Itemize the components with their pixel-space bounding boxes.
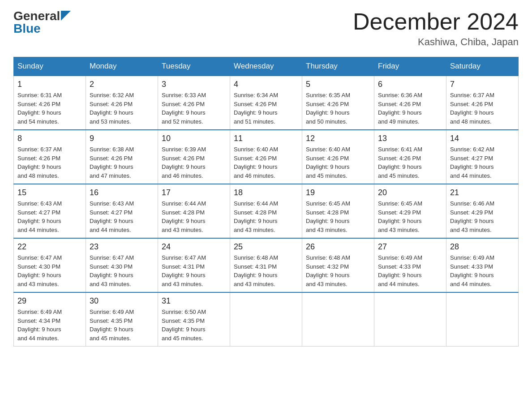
calendar-cell: 13 Sunrise: 6:41 AM Sunset: 4:26 PM Dayl… [374,130,446,184]
day-info: Sunrise: 6:47 AM Sunset: 4:30 PM Dayligh… [17,253,82,288]
day-info: Sunrise: 6:39 AM Sunset: 4:26 PM Dayligh… [162,145,226,180]
day-number: 22 [17,242,82,252]
calendar-cell [302,292,374,347]
calendar-cell: 18 Sunrise: 6:44 AM Sunset: 4:28 PM Dayl… [230,184,302,238]
day-number: 13 [378,134,442,143]
day-info: Sunrise: 6:40 AM Sunset: 4:26 PM Dayligh… [306,145,370,180]
day-number: 15 [17,188,82,197]
day-info: Sunrise: 6:50 AM Sunset: 4:35 PM Dayligh… [162,308,226,342]
day-info: Sunrise: 6:33 AM Sunset: 4:26 PM Dayligh… [162,91,226,126]
calendar-cell: 19 Sunrise: 6:45 AM Sunset: 4:28 PM Dayl… [302,184,374,238]
day-number: 16 [90,188,154,197]
calendar-header-tuesday: Tuesday [158,57,230,76]
day-number: 20 [378,188,442,197]
calendar-cell: 29 Sunrise: 6:49 AM Sunset: 4:34 PM Dayl… [14,292,86,347]
calendar-header-friday: Friday [374,57,446,76]
day-info: Sunrise: 6:45 AM Sunset: 4:29 PM Dayligh… [378,199,442,234]
day-number: 4 [234,80,298,89]
calendar-week-row: 15 Sunrise: 6:43 AM Sunset: 4:27 PM Dayl… [14,184,519,238]
calendar-cell: 12 Sunrise: 6:40 AM Sunset: 4:26 PM Dayl… [302,130,374,184]
day-info: Sunrise: 6:44 AM Sunset: 4:28 PM Dayligh… [234,199,298,234]
day-number: 9 [90,134,154,143]
day-info: Sunrise: 6:43 AM Sunset: 4:27 PM Dayligh… [90,199,154,234]
day-number: 12 [306,134,370,143]
day-number: 27 [378,242,442,252]
day-number: 1 [17,80,82,89]
day-number: 19 [306,188,370,197]
calendar-cell: 6 Sunrise: 6:36 AM Sunset: 4:26 PM Dayli… [374,76,446,130]
calendar-cell: 10 Sunrise: 6:39 AM Sunset: 4:26 PM Dayl… [158,130,230,184]
day-info: Sunrise: 6:45 AM Sunset: 4:28 PM Dayligh… [306,199,370,234]
calendar-cell [446,292,519,347]
day-number: 14 [450,134,515,143]
logo-icon [61,11,71,21]
calendar-cell: 16 Sunrise: 6:43 AM Sunset: 4:27 PM Dayl… [86,184,158,238]
day-info: Sunrise: 6:46 AM Sunset: 4:29 PM Dayligh… [450,199,515,234]
calendar-cell: 9 Sunrise: 6:38 AM Sunset: 4:26 PM Dayli… [86,130,158,184]
day-number: 21 [450,188,515,197]
day-number: 26 [306,242,370,252]
day-info: Sunrise: 6:49 AM Sunset: 4:33 PM Dayligh… [450,253,515,288]
day-info: Sunrise: 6:35 AM Sunset: 4:26 PM Dayligh… [306,91,370,126]
calendar-week-row: 8 Sunrise: 6:37 AM Sunset: 4:26 PM Dayli… [14,130,519,184]
day-info: Sunrise: 6:48 AM Sunset: 4:32 PM Dayligh… [306,253,370,288]
day-number: 18 [234,188,298,197]
calendar-cell: 21 Sunrise: 6:46 AM Sunset: 4:29 PM Dayl… [446,184,519,238]
day-number: 10 [162,134,226,143]
day-info: Sunrise: 6:47 AM Sunset: 4:31 PM Dayligh… [162,253,226,288]
day-info: Sunrise: 6:32 AM Sunset: 4:26 PM Dayligh… [90,91,154,126]
calendar-cell: 5 Sunrise: 6:35 AM Sunset: 4:26 PM Dayli… [302,76,374,130]
day-number: 3 [162,80,226,89]
day-info: Sunrise: 6:41 AM Sunset: 4:26 PM Dayligh… [378,145,442,180]
calendar-week-row: 22 Sunrise: 6:47 AM Sunset: 4:30 PM Dayl… [14,238,519,292]
day-number: 8 [17,134,82,143]
calendar-cell: 24 Sunrise: 6:47 AM Sunset: 4:31 PM Dayl… [158,238,230,292]
calendar-cell: 22 Sunrise: 6:47 AM Sunset: 4:30 PM Dayl… [14,238,86,292]
title-section: December 2024 Kashiwa, Chiba, Japan [353,9,519,48]
calendar-header-row: SundayMondayTuesdayWednesdayThursdayFrid… [14,57,519,76]
calendar-cell: 11 Sunrise: 6:40 AM Sunset: 4:26 PM Dayl… [230,130,302,184]
day-number: 29 [17,296,82,306]
calendar-header-monday: Monday [86,57,158,76]
calendar-subtitle: Kashiwa, Chiba, Japan [353,36,519,48]
calendar-week-row: 1 Sunrise: 6:31 AM Sunset: 4:26 PM Dayli… [14,76,519,130]
day-number: 11 [234,134,298,143]
day-info: Sunrise: 6:36 AM Sunset: 4:26 PM Dayligh… [378,91,442,126]
calendar-table: SundayMondayTuesdayWednesdayThursdayFrid… [13,57,519,347]
day-number: 7 [450,80,515,89]
day-number: 2 [90,80,154,89]
calendar-cell: 3 Sunrise: 6:33 AM Sunset: 4:26 PM Dayli… [158,76,230,130]
day-info: Sunrise: 6:40 AM Sunset: 4:26 PM Dayligh… [234,145,298,180]
day-info: Sunrise: 6:43 AM Sunset: 4:27 PM Dayligh… [17,199,82,234]
logo: General Blue [13,9,71,35]
calendar-cell: 7 Sunrise: 6:37 AM Sunset: 4:26 PM Dayli… [446,76,519,130]
calendar-header-sunday: Sunday [14,57,86,76]
day-info: Sunrise: 6:38 AM Sunset: 4:26 PM Dayligh… [90,145,154,180]
calendar-cell: 20 Sunrise: 6:45 AM Sunset: 4:29 PM Dayl… [374,184,446,238]
calendar-cell: 23 Sunrise: 6:47 AM Sunset: 4:30 PM Dayl… [86,238,158,292]
day-number: 28 [450,242,515,252]
day-number: 24 [162,242,226,252]
calendar-cell: 4 Sunrise: 6:34 AM Sunset: 4:26 PM Dayli… [230,76,302,130]
day-info: Sunrise: 6:49 AM Sunset: 4:34 PM Dayligh… [17,308,82,342]
day-info: Sunrise: 6:31 AM Sunset: 4:26 PM Dayligh… [17,91,82,126]
calendar-cell: 14 Sunrise: 6:42 AM Sunset: 4:27 PM Dayl… [446,130,519,184]
day-info: Sunrise: 6:47 AM Sunset: 4:30 PM Dayligh… [90,253,154,288]
day-number: 31 [162,296,226,306]
calendar-cell: 31 Sunrise: 6:50 AM Sunset: 4:35 PM Dayl… [158,292,230,347]
calendar-cell: 26 Sunrise: 6:48 AM Sunset: 4:32 PM Dayl… [302,238,374,292]
page-header: General Blue December 2024 Kashiwa, Chib… [13,9,519,48]
calendar-cell [374,292,446,347]
calendar-header-wednesday: Wednesday [230,57,302,76]
day-number: 23 [90,242,154,252]
calendar-cell: 28 Sunrise: 6:49 AM Sunset: 4:33 PM Dayl… [446,238,519,292]
day-info: Sunrise: 6:48 AM Sunset: 4:31 PM Dayligh… [234,253,298,288]
calendar-cell: 17 Sunrise: 6:44 AM Sunset: 4:28 PM Dayl… [158,184,230,238]
calendar-cell: 2 Sunrise: 6:32 AM Sunset: 4:26 PM Dayli… [86,76,158,130]
day-info: Sunrise: 6:37 AM Sunset: 4:26 PM Dayligh… [450,91,515,126]
calendar-header-saturday: Saturday [446,57,519,76]
day-info: Sunrise: 6:44 AM Sunset: 4:28 PM Dayligh… [162,199,226,234]
day-number: 5 [306,80,370,89]
logo-blue-text: Blue [13,22,41,35]
calendar-title: December 2024 [353,9,519,34]
